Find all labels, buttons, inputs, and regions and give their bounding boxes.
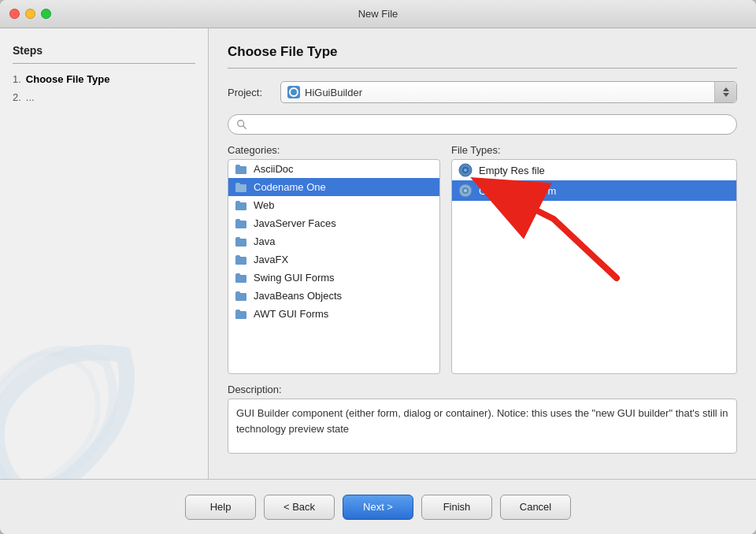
minimize-button[interactable] (25, 9, 35, 19)
title-bar: New File (0, 0, 756, 28)
step-2-label: ... (26, 91, 35, 103)
filetype-icon (458, 163, 472, 177)
folder-icon (235, 309, 247, 320)
description-label: Description: (228, 384, 737, 395)
project-selector[interactable]: HiGuiBuilder (280, 81, 737, 103)
category-web-label: Web (254, 199, 275, 211)
categories-section: Categories: AsciiDoc Codenam (228, 144, 440, 374)
footer: Help < Back Next > Finish Cancel (0, 479, 756, 534)
category-asciidoc-label: AsciiDoc (254, 163, 294, 175)
folder-icon (235, 236, 247, 247)
window: New File Steps 1. Choose File Type 2. ..… (0, 0, 756, 534)
project-value: HiGuiBuilder (305, 87, 362, 98)
search-row (228, 114, 737, 135)
folder-icon (235, 164, 247, 175)
category-swing[interactable]: Swing GUI Forms (228, 269, 439, 287)
panel-title: Choose File Type (228, 44, 737, 69)
filetypes-section: File Types: Empty Res file (451, 144, 737, 374)
category-codename-one-label: Codename One (254, 181, 326, 193)
filetype-gui-builder[interactable]: Gui Builder Form (452, 180, 736, 201)
step-2-number: 2. (13, 91, 21, 103)
help-button[interactable]: Help (185, 495, 256, 520)
category-jsf-label: JavaServer Faces (254, 217, 336, 229)
folder-icon (235, 200, 247, 211)
search-icon (236, 119, 247, 130)
folder-icon (235, 291, 247, 302)
svg-line-1 (243, 126, 246, 129)
folder-icon (235, 182, 247, 193)
project-label: Project: (228, 87, 271, 98)
steps-list: 1. Choose File Type 2. ... (13, 73, 195, 103)
window-title: New File (358, 8, 398, 20)
cancel-button[interactable]: Cancel (500, 495, 571, 520)
filetype-empty-res-label: Empty Res file (479, 165, 545, 176)
description-section: Description: GUI Builder component (eith… (228, 384, 737, 454)
category-web[interactable]: Web (228, 196, 439, 214)
filetypes-label: File Types: (451, 144, 737, 156)
category-awt-label: AWT GUI Forms (254, 308, 328, 320)
content-area: Steps 1. Choose File Type 2. ... (0, 28, 756, 479)
steps-panel: Steps 1. Choose File Type 2. ... (0, 28, 209, 479)
step-1: 1. Choose File Type (13, 73, 195, 85)
step-1-label: Choose File Type (26, 73, 110, 85)
category-javabeans-label: JavaBeans Objects (254, 290, 342, 302)
step-2: 2. ... (13, 91, 195, 103)
filetype-gui-builder-label: Gui Builder Form (479, 185, 556, 197)
search-box (228, 114, 737, 135)
svg-point-7 (464, 189, 467, 192)
project-icon (287, 86, 300, 98)
svg-point-4 (464, 169, 467, 172)
folder-icon (235, 218, 247, 229)
arrow-up-icon (723, 87, 729, 91)
filetypes-list[interactable]: Empty Res file Gui Builder Form (451, 159, 737, 374)
lists-row: Categories: AsciiDoc Codenam (228, 144, 737, 374)
arrow-down-icon (723, 93, 729, 97)
select-arrow-icon (714, 82, 736, 102)
folder-icon (235, 273, 247, 284)
description-text: GUI Builder component (either form, dial… (228, 399, 737, 454)
traffic-lights (9, 9, 51, 19)
category-javabeans[interactable]: JavaBeans Objects (228, 287, 439, 305)
search-input[interactable] (252, 119, 728, 130)
category-java[interactable]: Java (228, 232, 439, 250)
steps-heading: Steps (13, 44, 195, 64)
close-button[interactable] (9, 9, 20, 19)
category-javafx[interactable]: JavaFX (228, 250, 439, 269)
main-panel: Choose File Type Project: HiGuiBuilder (209, 28, 756, 479)
filetype-icon (458, 184, 472, 198)
category-java-label: Java (254, 235, 275, 247)
back-button[interactable]: < Back (264, 495, 335, 520)
maximize-button[interactable] (41, 9, 51, 19)
step-1-number: 1. (13, 73, 21, 85)
filetype-empty-res[interactable]: Empty Res file (452, 160, 736, 180)
category-swing-label: Swing GUI Forms (254, 272, 335, 284)
category-codename-one[interactable]: Codename One (228, 178, 439, 196)
categories-label: Categories: (228, 144, 440, 156)
category-javafx-label: JavaFX (254, 254, 288, 265)
category-asciidoc[interactable]: AsciiDoc (228, 160, 439, 178)
category-awt[interactable]: AWT GUI Forms (228, 305, 439, 323)
category-jsf[interactable]: JavaServer Faces (228, 214, 439, 232)
folder-icon (235, 254, 247, 265)
watermark (0, 337, 165, 479)
categories-list[interactable]: AsciiDoc Codename One Web (228, 159, 440, 374)
finish-button[interactable]: Finish (421, 495, 492, 520)
next-button[interactable]: Next > (343, 495, 413, 520)
project-row: Project: HiGuiBuilder (228, 81, 737, 103)
